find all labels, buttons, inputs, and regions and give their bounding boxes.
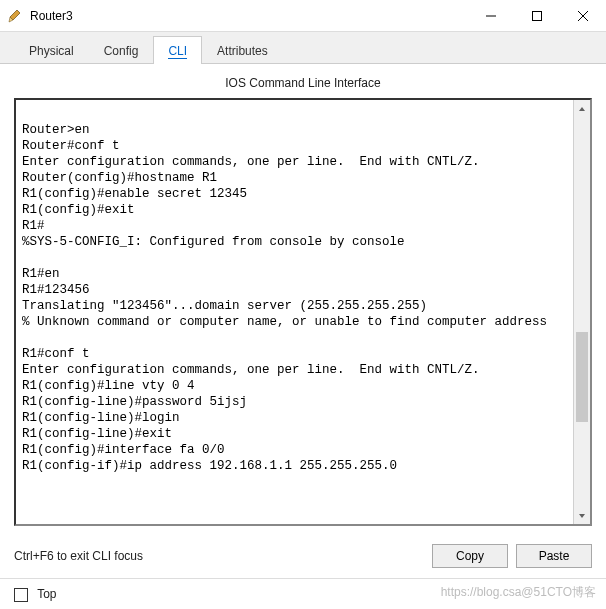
tab-attributes[interactable]: Attributes (202, 36, 283, 64)
top-checkbox-label: Top (37, 587, 56, 601)
scroll-down-icon[interactable] (574, 507, 590, 524)
copy-button[interactable]: Copy (432, 544, 508, 568)
cli-panel: IOS Command Line Interface Router>en Rou… (0, 64, 606, 534)
paste-button[interactable]: Paste (516, 544, 592, 568)
scroll-up-icon[interactable] (574, 100, 590, 117)
tab-cli[interactable]: CLI (153, 36, 202, 64)
tab-config[interactable]: Config (89, 36, 154, 64)
maximize-button[interactable] (514, 0, 560, 31)
minimize-button[interactable] (468, 0, 514, 31)
window-controls (468, 0, 606, 31)
cli-focus-hint: Ctrl+F6 to exit CLI focus (14, 549, 424, 563)
bottom-row: Top (0, 579, 606, 609)
tabstrip: Physical Config CLI Attributes (0, 32, 606, 64)
scroll-thumb[interactable] (576, 332, 588, 422)
footer-row: Ctrl+F6 to exit CLI focus Copy Paste (0, 534, 606, 572)
terminal-scrollbar[interactable] (573, 100, 590, 524)
tab-label: CLI (168, 44, 187, 59)
top-checkbox[interactable] (14, 588, 28, 602)
svg-rect-1 (533, 11, 542, 20)
terminal-output[interactable]: Router>en Router#conf t Enter configurat… (16, 100, 573, 524)
scroll-track[interactable] (574, 117, 590, 507)
close-button[interactable] (560, 0, 606, 31)
app-icon (8, 8, 24, 24)
terminal-container: Router>en Router#conf t Enter configurat… (14, 98, 592, 526)
tab-physical[interactable]: Physical (14, 36, 89, 64)
top-checkbox-wrap[interactable]: Top (14, 587, 56, 602)
tab-label: Physical (29, 44, 74, 58)
titlebar: Router3 (0, 0, 606, 32)
window-title: Router3 (30, 9, 468, 23)
panel-title: IOS Command Line Interface (14, 74, 592, 98)
tab-label: Config (104, 44, 139, 58)
tab-label: Attributes (217, 44, 268, 58)
